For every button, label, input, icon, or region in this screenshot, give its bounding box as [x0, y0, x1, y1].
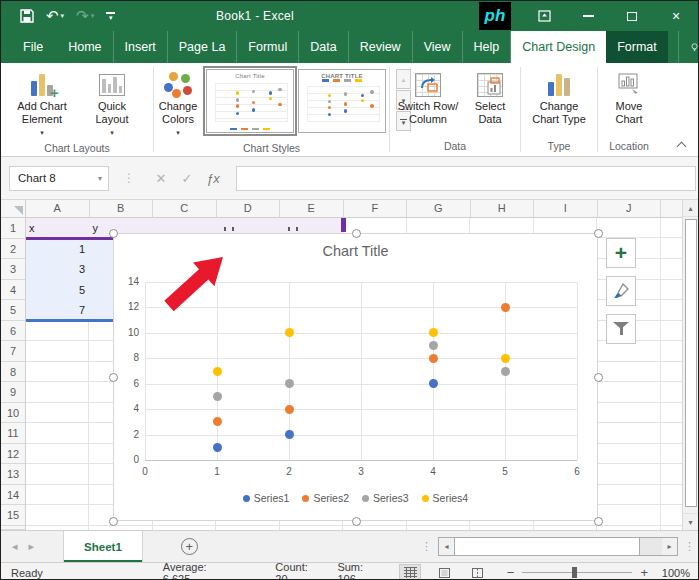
chart-legend[interactable]: Series1Series2Series3Series4 [114, 492, 597, 504]
data-point-series4-1-7[interactable] [213, 367, 222, 376]
close-button[interactable]: × [654, 1, 698, 31]
page-layout-view-button[interactable] [433, 564, 455, 580]
vertical-scrollbar-thumb[interactable] [685, 219, 697, 507]
chart-object[interactable]: Chart Title Series1Series2Series3Series4… [113, 233, 598, 521]
tab-splitter-handle[interactable]: ⋮ [421, 540, 432, 553]
horizontal-scrollbar[interactable]: ◂ ▸ [438, 537, 678, 556]
scroll-left-button[interactable]: ◂ [439, 538, 454, 555]
zoom-slider[interactable] [522, 572, 632, 574]
tab-page-la[interactable]: Page La [168, 31, 238, 63]
tell-me-button[interactable]: Tell me [678, 31, 699, 63]
column-header-C[interactable]: C [153, 200, 217, 217]
enter-button[interactable]: ✓ [174, 171, 200, 186]
status-sum[interactable]: Sum: 106 [337, 561, 377, 580]
data-point-series2-5-12[interactable] [501, 303, 510, 312]
scrollbar-splitter-handle[interactable]: ⋮ [684, 540, 695, 553]
chart-elements-button[interactable]: + [606, 238, 636, 268]
row-header-7[interactable]: 7 [1, 341, 25, 362]
legend-item-series1[interactable]: Series1 [243, 492, 290, 504]
tab-insert[interactable]: Insert [114, 31, 168, 63]
data-point-series2-1-3[interactable] [213, 417, 222, 426]
collapse-ribbon-button[interactable] [678, 140, 686, 148]
legend-item-series2[interactable]: Series2 [302, 492, 349, 504]
chart-selection-handle[interactable] [594, 229, 603, 238]
chart-style-2[interactable]: CHART TITLE [298, 69, 386, 133]
save-button[interactable] [15, 7, 39, 25]
scroll-down-button[interactable]: ▾ [683, 513, 698, 530]
tab-formul[interactable]: Formul [237, 31, 299, 63]
data-point-series1-4-6[interactable] [429, 379, 438, 388]
name-box[interactable]: Chart 8 ▾ [9, 166, 109, 191]
tab-data[interactable]: Data [299, 31, 348, 63]
legend-item-series3[interactable]: Series3 [362, 492, 409, 504]
redo-button[interactable]: ↷ ▾ [71, 6, 99, 26]
cell-A1[interactable]: x [26, 218, 85, 239]
row-header-14[interactable]: 14 [1, 485, 25, 506]
column-header-D[interactable]: D [217, 200, 281, 217]
move-chart-button[interactable]: Move Chart [601, 67, 657, 126]
zoom-out-button[interactable]: − [507, 565, 515, 580]
change-colors-button[interactable]: Change Colors ▾ [154, 67, 202, 139]
status-count[interactable]: Count: 20 [275, 561, 315, 580]
zoom-level[interactable]: 100% [656, 567, 690, 579]
row-header-1[interactable]: 1 [1, 218, 25, 239]
column-header-G[interactable]: G [407, 200, 471, 217]
column-header-J[interactable]: J [598, 200, 662, 217]
quick-layout-button[interactable]: Quick Layout ▾ [80, 67, 144, 139]
change-chart-type-button[interactable]: Change Chart Type [524, 67, 594, 126]
data-point-series3-5-7[interactable] [501, 367, 510, 376]
ribbon-display-options-button[interactable] [522, 1, 566, 31]
select-data-button[interactable]: Select Data [464, 67, 516, 126]
chart-style-1[interactable]: Chart Title [206, 69, 294, 133]
chart-title[interactable]: Chart Title [114, 243, 597, 259]
chart-selection-handle[interactable] [109, 229, 118, 238]
page-break-preview-button[interactable] [467, 564, 489, 580]
chart-selection-handle[interactable] [109, 517, 118, 526]
legend-item-series4[interactable]: Series4 [422, 492, 469, 504]
data-point-series3-4-9[interactable] [429, 341, 438, 350]
data-point-series1-2-2[interactable] [285, 430, 294, 439]
minimize-button[interactable] [566, 1, 610, 31]
tab-help[interactable]: Help [463, 31, 512, 63]
chart-selection-handle[interactable] [352, 229, 361, 238]
tab-chart-design[interactable]: Chart Design [511, 31, 606, 63]
next-sheet-button[interactable]: ▸ [29, 540, 46, 553]
row-header-9[interactable]: 9 [1, 382, 25, 403]
scroll-right-button[interactable]: ▸ [662, 538, 677, 555]
row-header-6[interactable]: 6 [1, 321, 25, 342]
insert-function-button[interactable]: ƒx [200, 171, 226, 186]
row-header-8[interactable]: 8 [1, 362, 25, 383]
row-header-12[interactable]: 12 [1, 444, 25, 465]
row-header-2[interactable]: 2 [1, 239, 25, 260]
switch-row-column-button[interactable]: Switch Row/ Column [394, 67, 462, 126]
data-point-series4-5-8[interactable] [501, 354, 510, 363]
tab-view[interactable]: View [413, 31, 463, 63]
tab-review[interactable]: Review [349, 31, 413, 63]
chart-selection-handle[interactable] [109, 373, 118, 382]
chart-selection-handle[interactable] [594, 373, 603, 382]
data-point-series1-1-1[interactable] [213, 443, 222, 452]
row-header-10[interactable]: 10 [1, 403, 25, 424]
data-point-series2-2-4[interactable] [285, 405, 294, 414]
row-header-13[interactable]: 13 [1, 464, 25, 485]
scroll-up-button[interactable]: ▴ [683, 200, 698, 217]
normal-view-button[interactable] [399, 564, 421, 580]
chart-filters-button[interactable] [606, 314, 636, 344]
status-average[interactable]: Average: 6.625 [163, 561, 226, 580]
data-point-series3-2-6[interactable] [285, 379, 294, 388]
column-header-E[interactable]: E [280, 200, 344, 217]
row-header-15[interactable]: 15 [1, 505, 25, 526]
add-chart-element-button[interactable]: + Add Chart Element ▾ [10, 67, 74, 139]
zoom-slider-handle[interactable] [572, 567, 577, 578]
zoom-in-button[interactable]: + [640, 565, 648, 580]
cell-A4[interactable]: 5 [26, 280, 85, 301]
chart-selection-handle[interactable] [352, 517, 361, 526]
new-sheet-button[interactable]: + [181, 538, 198, 555]
column-header-B[interactable]: B [90, 200, 154, 217]
chart-styles-button[interactable] [606, 276, 636, 306]
cell-A3[interactable]: 3 [26, 259, 85, 280]
chart-selection-handle[interactable] [594, 517, 603, 526]
column-header-F[interactable]: F [344, 200, 408, 217]
data-point-series4-4-10[interactable] [429, 328, 438, 337]
customize-quick-access-button[interactable]: ▾ [101, 10, 120, 23]
